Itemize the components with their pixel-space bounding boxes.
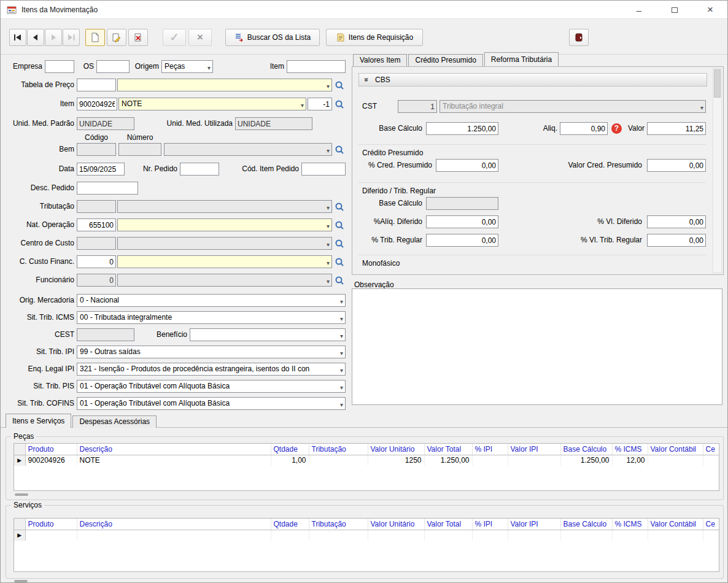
delete-record-button[interactable]	[128, 29, 148, 46]
cell-valor-contabil[interactable]	[648, 455, 703, 466]
sit-trib-icms-select[interactable]: 00 - Tributada integralmente ▾	[77, 311, 346, 324]
prior-record-button[interactable]	[27, 29, 44, 46]
empresa-input[interactable]	[45, 60, 74, 73]
tab-reforma-tributaria[interactable]: Reforma Tributária	[484, 52, 559, 66]
enq-legal-ipi-select[interactable]: 321 - Isenção - Produtos de procedência …	[77, 363, 346, 376]
tabela-preco-lookup-button[interactable]	[333, 79, 346, 91]
tab-itens-e-servicos[interactable]: Itens e Serviços	[6, 414, 71, 428]
c-custo-financ-select[interactable]: ▾	[117, 255, 332, 268]
last-record-button[interactable]	[63, 29, 80, 46]
nat-operacao-code-input[interactable]	[77, 218, 116, 231]
nr-pedido-input[interactable]	[180, 163, 219, 176]
cell-perc-ipi[interactable]	[472, 455, 508, 466]
nat-operacao-lookup-button[interactable]	[333, 218, 346, 231]
item-lookup-button[interactable]	[333, 98, 346, 110]
cell-qtdade[interactable]: 1,00	[271, 455, 309, 466]
item-select[interactable]: NOTE ▾	[118, 98, 306, 110]
trib-regular-input[interactable]	[426, 234, 498, 247]
vl-trib-regular-input[interactable]	[647, 234, 706, 247]
c-custo-financ-code-input[interactable]	[77, 255, 116, 268]
orig-mercadoria-select[interactable]: 0 - Nacional ▾	[77, 294, 346, 307]
cell-base-calculo[interactable]	[560, 530, 612, 541]
c-custo-financ-lookup-button[interactable]	[333, 255, 346, 268]
col-ce: Ce	[703, 444, 719, 455]
h-scrollbar-thumb[interactable]	[14, 580, 28, 582]
valor-input[interactable]	[647, 122, 706, 135]
cbs-section-header[interactable]: « CBS	[358, 73, 707, 87]
data-input[interactable]	[77, 163, 125, 176]
vertical-scrollbar[interactable]	[713, 68, 722, 273]
nat-operacao-select[interactable]: ▾	[117, 218, 332, 231]
cell-valor-unitario[interactable]	[368, 530, 424, 541]
sit-trib-cofins-select[interactable]: 01 - Operação Tributável com Alíquota Bá…	[77, 397, 346, 410]
pecas-group-title: Peças	[11, 432, 36, 441]
cell-base-calculo[interactable]: 1.250,00	[560, 455, 612, 466]
close-button[interactable]: ×	[697, 1, 724, 19]
cell-valor-unitario[interactable]: 1250	[368, 455, 424, 466]
cell-qtdade[interactable]	[271, 530, 309, 541]
help-icon[interactable]: ?	[611, 123, 622, 134]
sit-trib-ipi-select[interactable]: 99 - Outras saídas ▾	[77, 346, 346, 358]
cell-perc-icms[interactable]	[612, 530, 648, 541]
buscar-os-icon	[234, 33, 244, 42]
tabela-preco-code-input[interactable]	[77, 79, 116, 91]
divider	[358, 144, 706, 145]
confirm-button[interactable]: ✓	[163, 29, 186, 46]
centro-custo-lookup-button[interactable]	[333, 237, 346, 250]
cell-perc-ipi[interactable]	[472, 530, 508, 541]
cell-descricao[interactable]	[77, 530, 271, 541]
tab-despesas-acessorias[interactable]: Despesas Acessórias	[72, 415, 157, 428]
cell-tributacao[interactable]	[309, 530, 368, 541]
desc-pedido-input[interactable]	[77, 182, 138, 195]
sit-trib-pis-select[interactable]: 01 - Operação Tributável com Alíquota Bá…	[77, 380, 346, 393]
cell-valor-total[interactable]: 1.250,00	[424, 455, 472, 466]
tab-valores-item[interactable]: Valores Item	[353, 54, 407, 66]
edit-record-button[interactable]	[107, 29, 126, 46]
minimize-button[interactable]: –	[625, 1, 652, 19]
perc-cred-presumido-input[interactable]	[436, 159, 498, 172]
cell-valor-ipi[interactable]	[508, 455, 560, 466]
sit-trib-pis-value: 01 - Operação Tributável com Alíquota Bá…	[80, 382, 230, 390]
new-record-button[interactable]	[85, 29, 105, 46]
tabela-preco-select[interactable]: ▾	[117, 79, 332, 91]
origem-select[interactable]: Peças ▾	[161, 60, 213, 73]
os-input[interactable]	[96, 60, 130, 73]
item-code-input[interactable]	[77, 98, 117, 110]
tributacao-lookup-button[interactable]	[333, 200, 346, 213]
aliq-input[interactable]	[560, 122, 608, 135]
cell-produto[interactable]: 900204926	[25, 455, 77, 466]
vl-diferido-input[interactable]	[647, 215, 706, 228]
exit-button[interactable]	[569, 29, 589, 46]
observacao-memo[interactable]	[352, 288, 722, 405]
funcionario-lookup-button[interactable]	[333, 274, 346, 287]
aliq-diferido-label: %Alíq. Diferido	[358, 215, 422, 228]
cell-descricao[interactable]: NOTE	[77, 455, 271, 466]
table-row: ▶ 900204926 NOTE 1,00 1250 1.250,00 1.25…	[14, 455, 719, 466]
cell-ce[interactable]	[703, 455, 719, 466]
beneficio-select[interactable]: ▾	[190, 328, 346, 341]
cell-valor-ipi[interactable]	[508, 530, 560, 541]
tab-credito-presumido[interactable]: Crédito Presumido	[408, 54, 482, 66]
maximize-button[interactable]	[661, 1, 688, 19]
cell-ce[interactable]	[703, 530, 719, 541]
cell-perc-icms[interactable]: 12,00	[612, 455, 648, 466]
next-record-button[interactable]	[45, 29, 62, 46]
item-qty-input[interactable]	[308, 98, 332, 110]
cell-valor-total[interactable]	[424, 530, 472, 541]
cell-produto[interactable]	[25, 530, 77, 541]
scrollbar-thumb[interactable]	[714, 69, 721, 98]
item-top-input[interactable]	[287, 60, 346, 73]
aliq-diferido-input[interactable]	[426, 215, 498, 228]
cod-item-pedido-input[interactable]	[301, 163, 346, 176]
base-calculo-input[interactable]	[426, 122, 498, 135]
first-record-button[interactable]	[9, 29, 26, 46]
itens-requisicao-button[interactable]: Itens de Requisição	[326, 29, 423, 46]
aliq-label: Aliq.	[529, 122, 557, 135]
cancel-button[interactable]: ×	[188, 29, 212, 46]
buscar-os-button[interactable]: Buscar OS da Lista	[225, 29, 320, 46]
valor-cred-presumido-input[interactable]	[647, 159, 706, 172]
bem-lookup-button[interactable]	[333, 143, 346, 156]
h-scrollbar-thumb[interactable]	[15, 493, 28, 496]
cell-valor-contabil[interactable]	[648, 530, 703, 541]
cell-tributacao[interactable]	[309, 455, 368, 466]
